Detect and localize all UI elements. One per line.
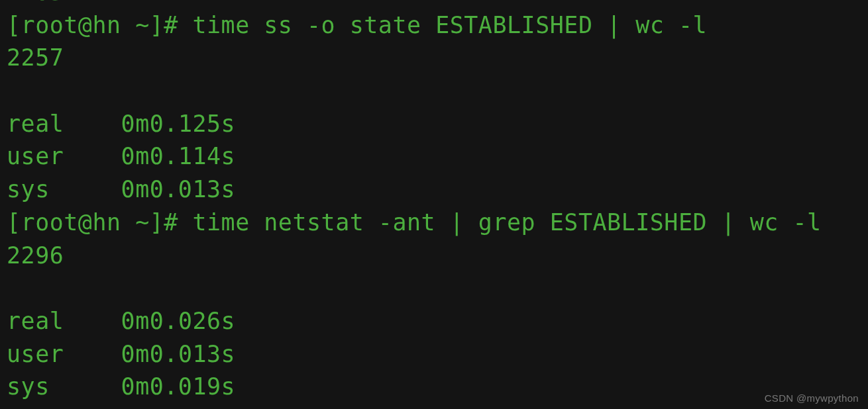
time-value: 0m0.013s	[121, 176, 236, 203]
time-value: 0m0.114s	[121, 143, 236, 169]
pad	[64, 341, 121, 367]
shell-prompt: [root@hn ~]#	[7, 12, 192, 38]
time-value: 0m0.026s	[121, 308, 236, 334]
watermark-text: CSDN @mywpython	[765, 392, 859, 404]
time-label: sys	[7, 176, 50, 203]
output-line: 2105	[7, 0, 64, 5]
pad	[50, 373, 121, 400]
time-value: 0m0.013s	[121, 341, 236, 367]
time-label: user	[7, 341, 64, 367]
pad	[64, 143, 121, 169]
time-label: user	[7, 143, 64, 169]
command-text: time ss -o state ESTABLISHED | wc -l	[192, 12, 707, 38]
output-line: 2257	[7, 44, 64, 71]
time-label: real	[7, 308, 64, 334]
time-label: real	[7, 111, 64, 137]
time-value: 0m0.125s	[121, 111, 236, 137]
pad	[64, 308, 121, 334]
time-value: 0m0.019s	[121, 373, 236, 400]
output-line: 2296	[7, 242, 64, 269]
time-label: sys	[7, 373, 50, 400]
shell-prompt: [root@hn ~]#	[7, 209, 192, 236]
command-text: time netstat -ant | grep ESTABLISHED | w…	[192, 209, 821, 236]
pad	[50, 176, 121, 203]
terminal-output: 2105 [root@hn ~]# time ss -o state ESTAB…	[0, 0, 868, 404]
pad	[64, 111, 121, 137]
